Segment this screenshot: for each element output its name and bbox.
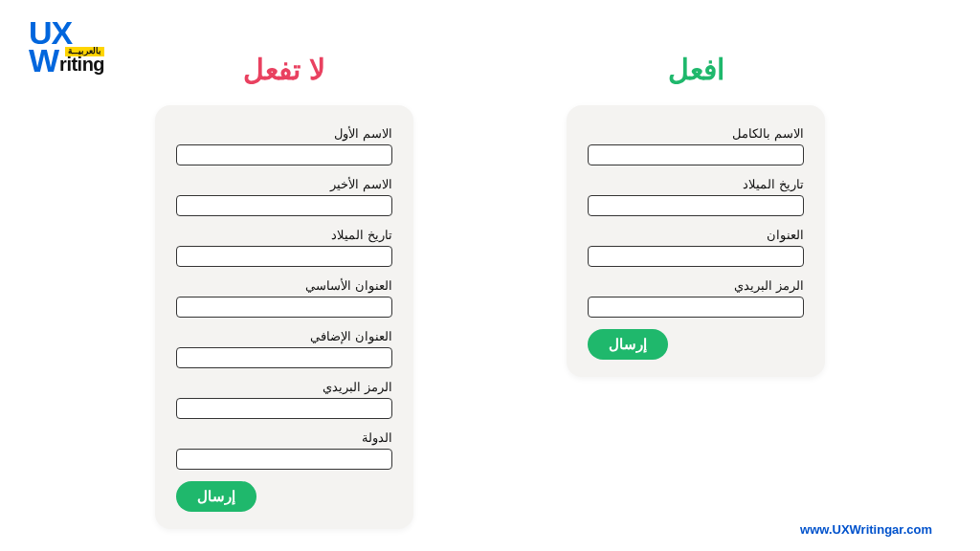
do-heading: افعل: [668, 53, 724, 86]
full-name-input[interactable]: [588, 144, 804, 165]
submit-button[interactable]: إرسال: [588, 329, 668, 360]
first-name-input[interactable]: [176, 144, 392, 165]
logo-w: W: [29, 47, 58, 75]
dont-column: لا تفعل الاسم الأول الاسم الأخير تاريخ ا…: [155, 53, 413, 529]
primary-address-input[interactable]: [176, 297, 392, 318]
field-label: تاريخ الميلاد: [176, 228, 392, 242]
field-label: الاسم الأخير: [176, 177, 392, 191]
address-input[interactable]: [588, 246, 804, 267]
secondary-address-input[interactable]: [176, 347, 392, 368]
field-label: العنوان: [588, 228, 804, 242]
field-label: الرمز البريدي: [176, 380, 392, 394]
country-input[interactable]: [176, 449, 392, 470]
last-name-input[interactable]: [176, 195, 392, 216]
field-label: الاسم الأول: [176, 126, 392, 141]
field-label: تاريخ الميلاد: [588, 177, 804, 191]
field-label: الرمز البريدي: [588, 278, 804, 293]
submit-button[interactable]: إرسال: [176, 481, 256, 512]
logo-riting: riting: [59, 56, 104, 73]
field-label: الدولة: [176, 430, 392, 445]
postal-code-input[interactable]: [588, 297, 804, 318]
dont-form-card: الاسم الأول الاسم الأخير تاريخ الميلاد ا…: [155, 105, 413, 529]
birthdate-input[interactable]: [588, 195, 804, 216]
birthdate-input[interactable]: [176, 246, 392, 267]
brand-logo: UX W بالعربيــة riting: [29, 19, 104, 75]
do-column: افعل الاسم بالكامل تاريخ الميلاد العنوان…: [567, 53, 825, 529]
field-label: الاسم بالكامل: [588, 126, 804, 141]
dont-heading: لا تفعل: [243, 53, 324, 86]
field-label: العنوان الأساسي: [176, 278, 392, 293]
field-label: العنوان الإضافي: [176, 329, 392, 343]
footer-url[interactable]: www.UXWritingar.com: [800, 522, 932, 537]
postal-code-input[interactable]: [176, 398, 392, 419]
do-form-card: الاسم بالكامل تاريخ الميلاد العنوان الرم…: [567, 105, 825, 377]
